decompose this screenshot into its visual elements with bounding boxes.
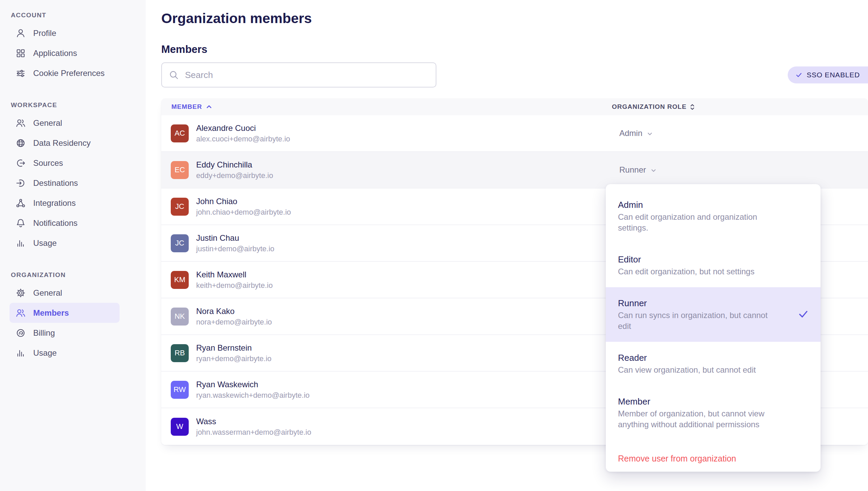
member-cell: WWassjohn.wasserman+demo@airbyte.io bbox=[161, 416, 612, 437]
chart-icon bbox=[16, 238, 26, 248]
role-option-title: Reader bbox=[618, 352, 808, 364]
sidebar-section-label-workspace: WORKSPACE bbox=[9, 101, 120, 109]
sidebar-item-members[interactable]: Members bbox=[9, 303, 120, 323]
avatar: NK bbox=[171, 308, 189, 326]
sidebar-item-label: General bbox=[33, 118, 62, 128]
users-icon bbox=[16, 118, 26, 128]
billing-icon bbox=[16, 328, 26, 338]
member-email: justin+demo@airbyte.io bbox=[196, 244, 274, 253]
search-input[interactable] bbox=[184, 70, 429, 81]
role-option-title: Member bbox=[618, 396, 808, 407]
role-column-label: ORGANIZATION ROLE bbox=[612, 103, 686, 111]
page-title: Organization members bbox=[161, 9, 868, 27]
avatar: W bbox=[171, 418, 189, 436]
member-name: Nora Kako bbox=[196, 306, 272, 316]
integrations-icon bbox=[16, 198, 26, 208]
member-name: Eddy Chinchilla bbox=[196, 160, 273, 170]
sidebar-item-sources[interactable]: Sources bbox=[9, 153, 120, 173]
sidebar-item-usage[interactable]: Usage bbox=[9, 233, 120, 253]
sidebar-section-label-organization: ORGANIZATION bbox=[9, 271, 120, 279]
role-option-title: Admin bbox=[618, 199, 808, 211]
role-option-description: Can edit organization, but not settings bbox=[618, 266, 769, 277]
remove-user-button[interactable]: Remove user from organization bbox=[606, 450, 821, 466]
member-name: John Chiao bbox=[196, 196, 291, 207]
role-value: Runner bbox=[619, 165, 646, 175]
role-value: Admin bbox=[619, 129, 642, 138]
role-select-eddy-chinchilla[interactable]: Runner bbox=[612, 165, 657, 175]
member-cell: ECEddy Chinchillaeddy+demo@airbyte.io bbox=[161, 160, 612, 180]
member-name: Alexandre Cuoci bbox=[196, 123, 290, 133]
avatar: JC bbox=[171, 198, 189, 216]
sidebar-item-label: Usage bbox=[33, 348, 57, 358]
check-icon bbox=[795, 71, 803, 79]
gear-icon bbox=[16, 288, 26, 298]
sidebar-item-billing[interactable]: Billing bbox=[9, 323, 120, 343]
member-row: ACAlexandre Cuocialex.cuoci+demo@airbyte… bbox=[161, 115, 868, 152]
member-cell: KMKeith Maxwellkeith+demo@airbyte.io bbox=[161, 270, 612, 290]
role-option-runner[interactable]: RunnerCan run syncs in organization, but… bbox=[606, 287, 821, 342]
sidebar-item-general[interactable]: General bbox=[9, 113, 120, 133]
role-dropdown-menu: AdminCan edit organization and organizat… bbox=[606, 184, 821, 472]
member-email: alex.cuoci+demo@airbyte.io bbox=[196, 135, 290, 143]
role-option-member[interactable]: MemberMember of organization, but cannot… bbox=[606, 386, 821, 440]
avatar: EC bbox=[171, 161, 189, 179]
settings-sidebar: ACCOUNTProfileApplicationsCookie Prefere… bbox=[0, 0, 146, 491]
sidebar-item-label: Profile bbox=[33, 28, 56, 38]
sidebar-item-data-residency[interactable]: Data Residency bbox=[9, 133, 120, 153]
member-cell: RBRyan Bernsteinryan+demo@airbyte.io bbox=[161, 343, 612, 363]
role-select-alexandre-cuoci[interactable]: Admin bbox=[612, 129, 653, 138]
avatar: JC bbox=[171, 234, 189, 252]
member-email: nora+demo@airbyte.io bbox=[196, 318, 272, 327]
role-option-description: Can edit organization and organization s… bbox=[618, 212, 769, 233]
sidebar-item-label: Notifications bbox=[33, 218, 78, 228]
chart-icon bbox=[16, 348, 26, 358]
role-option-editor[interactable]: EditorCan edit organization, but not set… bbox=[606, 243, 821, 287]
sidebar-item-general[interactable]: General bbox=[9, 283, 120, 303]
member-email: ryan.waskewich+demo@airbyte.io bbox=[196, 391, 310, 400]
column-header-organization-role[interactable]: ORGANIZATION ROLE bbox=[612, 103, 868, 111]
role-option-admin[interactable]: AdminCan edit organization and organizat… bbox=[606, 189, 821, 243]
member-email: keith+demo@airbyte.io bbox=[196, 281, 273, 290]
sidebar-item-cookie-preferences[interactable]: Cookie Preferences bbox=[9, 63, 120, 83]
sidebar-item-label: Sources bbox=[33, 158, 63, 168]
avatar: RW bbox=[171, 381, 189, 399]
sidebar-item-label: Applications bbox=[33, 48, 77, 58]
sidebar-item-destinations[interactable]: Destinations bbox=[9, 173, 120, 193]
role-option-reader[interactable]: ReaderCan view organization, but cannot … bbox=[606, 342, 821, 386]
destination-icon bbox=[16, 178, 26, 188]
role-option-description: Can view organization, but cannot edit bbox=[618, 365, 769, 375]
selected-check-icon bbox=[798, 308, 809, 321]
sidebar-item-label: Data Residency bbox=[33, 138, 90, 148]
sidebar-item-notifications[interactable]: Notifications bbox=[9, 213, 120, 233]
sidebar-item-label: Integrations bbox=[33, 198, 76, 208]
member-email: john.wasserman+demo@airbyte.io bbox=[196, 428, 311, 437]
sidebar-item-integrations[interactable]: Integrations bbox=[9, 193, 120, 213]
sidebar-item-label: General bbox=[33, 288, 62, 298]
role-option-title: Editor bbox=[618, 254, 808, 265]
source-icon bbox=[16, 158, 26, 168]
members-controls: SSO ENABLED bbox=[161, 62, 868, 87]
sidebar-item-label: Cookie Preferences bbox=[33, 68, 105, 78]
member-name: Ryan Bernstein bbox=[196, 343, 271, 353]
sort-ascending-icon bbox=[205, 103, 213, 111]
member-cell: JCJohn Chiaojohn.chiao+demo@airbyte.io bbox=[161, 196, 612, 217]
column-header-member[interactable]: MEMBER bbox=[161, 103, 612, 111]
sidebar-item-usage[interactable]: Usage bbox=[9, 343, 120, 363]
user-icon bbox=[16, 28, 26, 38]
role-option-title: Runner bbox=[618, 297, 808, 309]
grid-icon bbox=[16, 48, 26, 58]
globe-icon bbox=[16, 138, 26, 148]
sidebar-item-applications[interactable]: Applications bbox=[9, 43, 120, 63]
member-cell: JCJustin Chaujustin+demo@airbyte.io bbox=[161, 233, 612, 253]
sidebar-section-label-account: ACCOUNT bbox=[9, 12, 120, 19]
member-name: Wass bbox=[196, 416, 311, 427]
search-icon bbox=[169, 70, 179, 80]
sliders-icon bbox=[16, 68, 26, 78]
member-row: ECEddy Chinchillaeddy+demo@airbyte.ioRun… bbox=[161, 152, 868, 189]
role-option-description: Member of organization, but cannot view … bbox=[618, 408, 769, 430]
table-header-row: MEMBER ORGANIZATION ROLE bbox=[161, 98, 868, 115]
member-email: john.chiao+demo@airbyte.io bbox=[196, 208, 291, 217]
sidebar-item-label: Usage bbox=[33, 238, 57, 248]
avatar: KM bbox=[171, 271, 189, 289]
sidebar-item-profile[interactable]: Profile bbox=[9, 23, 120, 43]
